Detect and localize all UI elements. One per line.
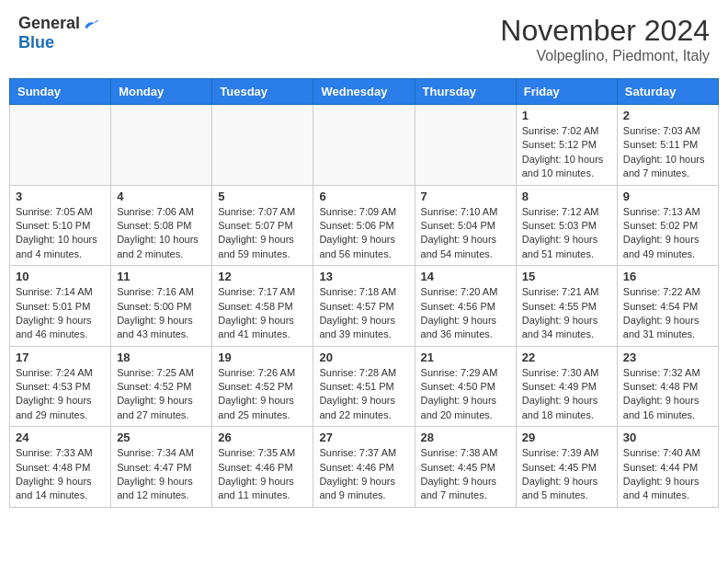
calendar-cell: 10Sunrise: 7:14 AMSunset: 5:01 PMDayligh… [10, 266, 111, 347]
weekday-header-thursday: Thursday [415, 79, 516, 105]
calendar-cell: 3Sunrise: 7:05 AMSunset: 5:10 PMDaylight… [10, 185, 111, 266]
title-section: November 2024 Volpeglino, Piedmont, Ital… [500, 14, 710, 64]
day-info: Sunrise: 7:17 AMSunset: 4:58 PMDaylight:… [218, 285, 307, 342]
day-info: Sunrise: 7:33 AMSunset: 4:48 PMDaylight:… [16, 446, 105, 503]
calendar-header-row: SundayMondayTuesdayWednesdayThursdayFrid… [10, 79, 719, 105]
page-header: General Blue November 2024 Volpeglino, P… [9, 9, 719, 69]
calendar-cell: 16Sunrise: 7:22 AMSunset: 4:54 PMDayligh… [617, 266, 718, 347]
logo-general-text: General [18, 14, 80, 33]
day-number: 12 [218, 270, 307, 283]
calendar-cell: 6Sunrise: 7:09 AMSunset: 5:06 PMDaylight… [313, 185, 415, 266]
day-info: Sunrise: 7:24 AMSunset: 4:53 PMDaylight:… [16, 366, 105, 423]
day-info: Sunrise: 7:09 AMSunset: 5:06 PMDaylight:… [319, 205, 408, 262]
calendar-cell [212, 105, 313, 186]
calendar-cell: 18Sunrise: 7:25 AMSunset: 4:52 PMDayligh… [111, 346, 212, 427]
weekday-header-sunday: Sunday [10, 79, 111, 105]
day-number: 2 [623, 109, 712, 122]
day-info: Sunrise: 7:26 AMSunset: 4:52 PMDaylight:… [218, 366, 307, 423]
day-number: 21 [421, 350, 510, 364]
day-info: Sunrise: 7:07 AMSunset: 5:07 PMDaylight:… [218, 205, 307, 262]
day-info: Sunrise: 7:30 AMSunset: 4:49 PMDaylight:… [522, 366, 611, 423]
day-info: Sunrise: 7:18 AMSunset: 4:57 PMDaylight:… [319, 285, 408, 342]
day-info: Sunrise: 7:40 AMSunset: 4:44 PMDaylight:… [623, 446, 712, 503]
day-number: 16 [623, 270, 712, 283]
day-number: 24 [16, 431, 105, 444]
day-number: 6 [319, 190, 408, 203]
day-number: 22 [522, 350, 611, 364]
day-info: Sunrise: 7:38 AMSunset: 4:45 PMDaylight:… [421, 446, 510, 503]
weekday-header-monday: Monday [111, 79, 212, 105]
day-number: 19 [218, 350, 307, 364]
calendar-week-5: 24Sunrise: 7:33 AMSunset: 4:48 PMDayligh… [10, 427, 719, 508]
calendar-cell: 30Sunrise: 7:40 AMSunset: 4:44 PMDayligh… [617, 427, 718, 508]
calendar-cell: 22Sunrise: 7:30 AMSunset: 4:49 PMDayligh… [516, 346, 617, 427]
day-number: 7 [421, 190, 510, 203]
logo: General Blue [18, 14, 100, 52]
day-info: Sunrise: 7:35 AMSunset: 4:46 PMDaylight:… [218, 446, 307, 503]
day-info: Sunrise: 7:39 AMSunset: 4:45 PMDaylight:… [522, 446, 611, 503]
calendar-week-2: 3Sunrise: 7:05 AMSunset: 5:10 PMDaylight… [10, 185, 719, 266]
logo-blue-text: Blue [18, 33, 54, 52]
calendar-cell: 24Sunrise: 7:33 AMSunset: 4:48 PMDayligh… [10, 427, 111, 508]
day-info: Sunrise: 7:06 AMSunset: 5:08 PMDaylight:… [117, 205, 206, 262]
calendar-cell: 26Sunrise: 7:35 AMSunset: 4:46 PMDayligh… [212, 427, 313, 508]
calendar-week-4: 17Sunrise: 7:24 AMSunset: 4:53 PMDayligh… [10, 346, 719, 427]
day-info: Sunrise: 7:20 AMSunset: 4:56 PMDaylight:… [421, 285, 510, 342]
calendar-cell [415, 105, 516, 186]
location-subtitle: Volpeglino, Piedmont, Italy [500, 48, 710, 64]
calendar-cell: 5Sunrise: 7:07 AMSunset: 5:07 PMDaylight… [212, 185, 313, 266]
day-number: 18 [117, 350, 206, 364]
calendar-cell: 28Sunrise: 7:38 AMSunset: 4:45 PMDayligh… [415, 427, 516, 508]
day-info: Sunrise: 7:02 AMSunset: 5:12 PMDaylight:… [522, 124, 611, 181]
day-info: Sunrise: 7:22 AMSunset: 4:54 PMDaylight:… [623, 285, 712, 342]
weekday-header-wednesday: Wednesday [313, 79, 415, 105]
calendar-cell: 27Sunrise: 7:37 AMSunset: 4:46 PMDayligh… [313, 427, 415, 508]
day-number: 25 [117, 431, 206, 444]
calendar-cell: 14Sunrise: 7:20 AMSunset: 4:56 PMDayligh… [415, 266, 516, 347]
day-number: 15 [522, 270, 611, 283]
day-number: 23 [623, 350, 712, 364]
day-info: Sunrise: 7:25 AMSunset: 4:52 PMDaylight:… [117, 366, 206, 423]
weekday-header-friday: Friday [516, 79, 617, 105]
calendar-cell: 13Sunrise: 7:18 AMSunset: 4:57 PMDayligh… [313, 266, 415, 347]
calendar-cell: 4Sunrise: 7:06 AMSunset: 5:08 PMDaylight… [111, 185, 212, 266]
day-info: Sunrise: 7:34 AMSunset: 4:47 PMDaylight:… [117, 446, 206, 503]
day-number: 8 [522, 190, 611, 203]
day-info: Sunrise: 7:10 AMSunset: 5:04 PMDaylight:… [421, 205, 510, 262]
calendar-table: SundayMondayTuesdayWednesdayThursdayFrid… [9, 78, 719, 508]
day-number: 26 [218, 431, 307, 444]
day-info: Sunrise: 7:21 AMSunset: 4:55 PMDaylight:… [522, 285, 611, 342]
calendar-cell: 11Sunrise: 7:16 AMSunset: 5:00 PMDayligh… [111, 266, 212, 347]
calendar-cell [111, 105, 212, 186]
day-number: 4 [117, 190, 206, 203]
calendar-cell: 21Sunrise: 7:29 AMSunset: 4:50 PMDayligh… [415, 346, 516, 427]
day-number: 1 [522, 109, 611, 122]
calendar-cell: 29Sunrise: 7:39 AMSunset: 4:45 PMDayligh… [516, 427, 617, 508]
calendar-cell [10, 105, 111, 186]
calendar-cell: 9Sunrise: 7:13 AMSunset: 5:02 PMDaylight… [617, 185, 718, 266]
day-info: Sunrise: 7:05 AMSunset: 5:10 PMDaylight:… [16, 205, 105, 262]
day-number: 3 [16, 190, 105, 203]
calendar-cell: 19Sunrise: 7:26 AMSunset: 4:52 PMDayligh… [212, 346, 313, 427]
calendar-cell: 15Sunrise: 7:21 AMSunset: 4:55 PMDayligh… [516, 266, 617, 347]
day-info: Sunrise: 7:37 AMSunset: 4:46 PMDaylight:… [319, 446, 408, 503]
day-number: 13 [319, 270, 408, 283]
logo-bird-icon [82, 15, 100, 33]
day-info: Sunrise: 7:32 AMSunset: 4:48 PMDaylight:… [623, 366, 712, 423]
calendar-cell: 12Sunrise: 7:17 AMSunset: 4:58 PMDayligh… [212, 266, 313, 347]
calendar-cell: 1Sunrise: 7:02 AMSunset: 5:12 PMDaylight… [516, 105, 617, 186]
calendar-cell: 7Sunrise: 7:10 AMSunset: 5:04 PMDaylight… [415, 185, 516, 266]
day-info: Sunrise: 7:29 AMSunset: 4:50 PMDaylight:… [421, 366, 510, 423]
day-number: 14 [421, 270, 510, 283]
calendar-week-3: 10Sunrise: 7:14 AMSunset: 5:01 PMDayligh… [10, 266, 719, 347]
calendar-cell [313, 105, 415, 186]
day-number: 20 [319, 350, 408, 364]
calendar-cell: 8Sunrise: 7:12 AMSunset: 5:03 PMDaylight… [516, 185, 617, 266]
calendar-cell: 25Sunrise: 7:34 AMSunset: 4:47 PMDayligh… [111, 427, 212, 508]
day-info: Sunrise: 7:14 AMSunset: 5:01 PMDaylight:… [16, 285, 105, 342]
day-info: Sunrise: 7:12 AMSunset: 5:03 PMDaylight:… [522, 205, 611, 262]
day-number: 27 [319, 431, 408, 444]
calendar-week-1: 1Sunrise: 7:02 AMSunset: 5:12 PMDaylight… [10, 105, 719, 186]
day-info: Sunrise: 7:28 AMSunset: 4:51 PMDaylight:… [319, 366, 408, 423]
day-number: 30 [623, 431, 712, 444]
